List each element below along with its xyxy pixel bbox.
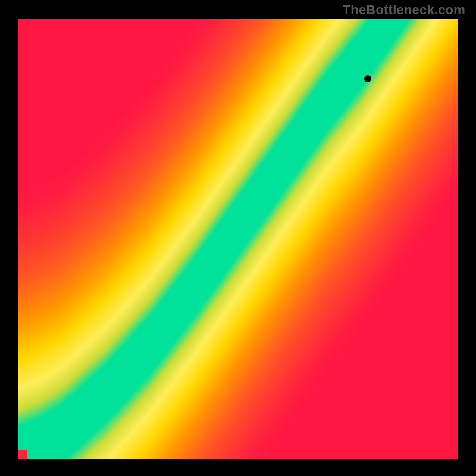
watermark-text: TheBottleneck.com: [343, 2, 465, 18]
heatmap-plot: [18, 19, 458, 459]
chart-stage: TheBottleneck.com: [0, 0, 476, 476]
crosshair-horizontal: [18, 79, 458, 79]
crosshair-vertical: [368, 19, 368, 459]
selection-marker: [364, 75, 371, 82]
heatmap-canvas: [18, 19, 458, 459]
